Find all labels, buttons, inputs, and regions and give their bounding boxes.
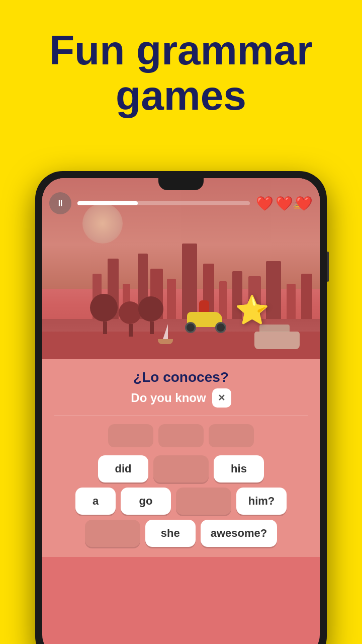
answer-slots [54,423,308,448]
word-button-she[interactable]: she [145,520,196,547]
word-button-awesome[interactable]: awesome? [201,520,278,547]
translation-row: Do you know ✕ [54,388,308,408]
sailboat [158,324,173,344]
answer-slot-1 [108,424,153,447]
spanish-question: ¿Lo conoces? [54,369,308,385]
phone-screen: ⭐ ⏸ ❤️ ❤️ ❤️ 🚁 ¿Lo [42,178,320,644]
english-translation: Do you know [131,391,206,405]
heart-3: ❤️ [295,195,313,212]
word-choices-grid: did his a go him? she [54,455,308,547]
hearts-display: ❤️ ❤️ ❤️ [256,195,313,212]
word-row-1: did his [54,455,308,482]
phone-outer-shell: ⭐ ⏸ ❤️ ❤️ ❤️ 🚁 ¿Lo [35,171,327,644]
pause-button[interactable]: ⏸ [49,192,71,214]
close-button[interactable]: ✕ [212,388,231,408]
progress-bar [77,201,250,205]
phone-notch [158,178,204,190]
answer-slot-3 [209,424,254,447]
quiz-area: ¿Lo conoces? Do you know ✕ did [42,359,320,557]
star-collectible: ⭐ [235,294,269,327]
word-button-empty-1 [153,455,209,482]
progress-fill [77,201,138,205]
word-button-empty-2 [176,488,231,515]
headline-text: Fun grammar games [0,28,362,118]
answer-slot-2 [158,424,204,447]
word-button-go[interactable]: go [121,488,171,515]
cityscape [42,238,320,319]
word-button-did[interactable]: did [98,455,148,482]
game-hud: ⏸ ❤️ ❤️ ❤️ [42,192,320,214]
scooter-character [183,303,228,333]
headline-section: Fun grammar games [0,0,362,133]
word-row-2: a go him? [54,488,308,515]
divider [54,416,308,416]
word-button-empty-3 [85,520,140,547]
phone-bottom-bar [42,557,320,564]
word-button-him[interactable]: him? [236,488,287,515]
tree-1 [93,294,118,334]
ferry-boat [254,332,300,349]
power-button [327,252,329,282]
phone-mockup: ⭐ ⏸ ❤️ ❤️ ❤️ 🚁 ¿Lo [35,171,327,644]
heart-2: ❤️ [276,195,293,212]
game-scene: ⭐ ⏸ ❤️ ❤️ ❤️ 🚁 [42,178,320,359]
word-button-a[interactable]: a [75,488,116,515]
word-button-his[interactable]: his [214,455,264,482]
heart-1: ❤️ [256,195,274,212]
word-row-3: she awesome? [54,520,308,547]
